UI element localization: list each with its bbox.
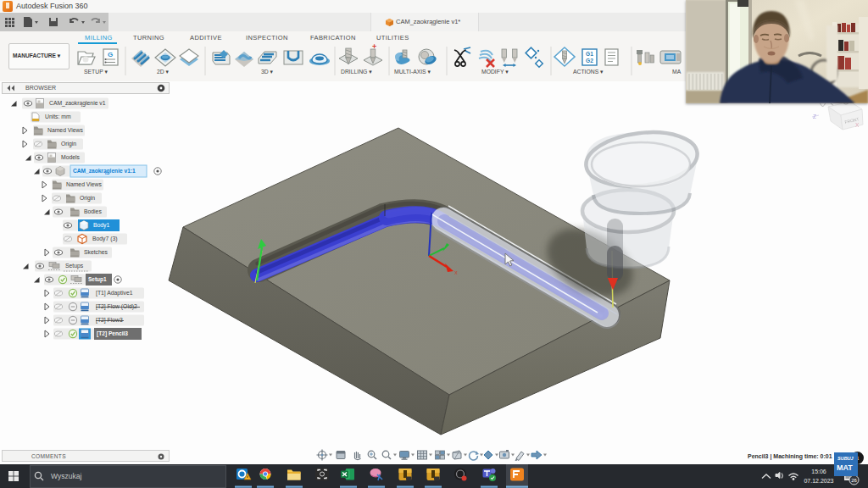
svg-text:BROWSER: BROWSER [25,85,56,91]
svg-text:Setup1: Setup1 [88,276,107,283]
svg-text:G2: G2 [586,58,593,64]
svg-text:15:06: 15:06 [811,469,826,474]
svg-text:G: G [108,51,113,58]
svg-text:G1: G1 [586,51,593,57]
svg-text:Named Views: Named Views [47,127,83,133]
svg-text:+: + [372,42,376,51]
svg-text:[T2] Pencil3: [T2] Pencil3 [97,330,128,337]
svg-text:Setups: Setups [65,263,84,269]
svg-text:CAM_zaokrąglenie v1:1: CAM_zaokrąglenie v1:1 [73,168,136,175]
svg-text:07.12.2023: 07.12.2023 [804,478,833,484]
svg-text:Body1: Body1 [93,222,109,229]
svg-text:CAM_zaokrąglenie v1: CAM_zaokrąglenie v1 [49,100,106,107]
svg-text:Sketches: Sketches [84,249,108,255]
svg-text:Z: Z [813,114,816,119]
svg-text:Units: mm: Units: mm [45,114,71,119]
svg-text:Bodies: Bodies [84,208,102,214]
svg-text:Origin: Origin [80,195,95,202]
svg-text:Named Views: Named Views [66,181,102,187]
svg-text:X: X [855,122,860,128]
svg-text:26: 26 [851,478,857,483]
svg-text:[T1] Adaptive1: [T1] Adaptive1 [96,290,133,297]
svg-text:Models: Models [61,154,81,160]
svg-text:x: x [454,269,458,275]
svg-text:Origin: Origin [61,141,76,147]
svg-text:Body7 (3): Body7 (3) [92,236,117,242]
